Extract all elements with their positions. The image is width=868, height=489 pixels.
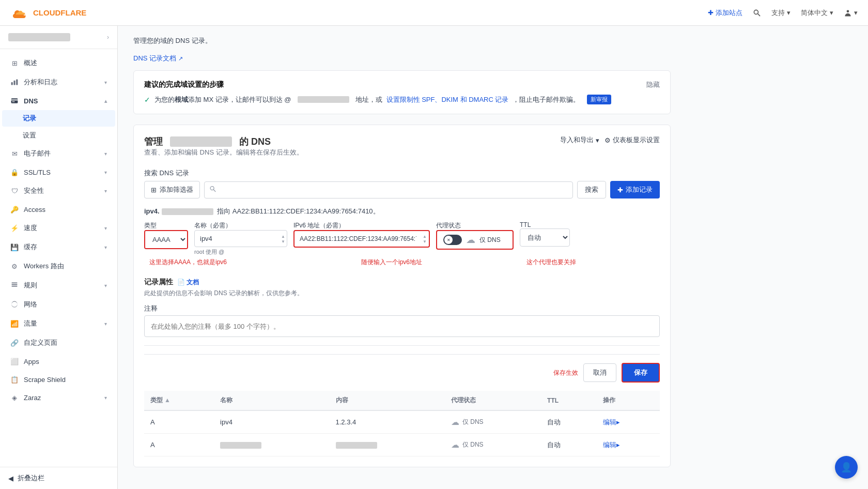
sidebar-sub-item-settings-label: 设置 (23, 131, 36, 140)
search-input[interactable] (204, 181, 573, 198)
sidebar-item-security[interactable]: 🛡 安全性 ▾ (2, 181, 115, 200)
chevron-down-icon: ▾ (104, 80, 107, 85)
search-button[interactable] (753, 9, 761, 17)
sidebar-item-access-label: Access (24, 206, 107, 213)
sidebar-item-network-label: 网络 (24, 300, 107, 309)
sidebar-item-traffic[interactable]: 📶 流量 ▾ (2, 314, 115, 333)
cell-name-1: ipv4 (214, 410, 329, 434)
hint-proxy: 这个代理也要关掉 (526, 258, 576, 267)
form-group-ipv6: IPv6 地址（必需） ▲ ▼ (293, 221, 430, 248)
import-export-button[interactable]: 导入和导出 ▾ (560, 135, 599, 145)
sidebar-item-scrape-shield[interactable]: 📋 Scrape Shield (2, 371, 115, 388)
dashboard-settings-button[interactable]: ⚙ 仪表板显示设置 (605, 135, 660, 145)
sidebar-collapse-footer[interactable]: ◀ 折叠边栏 (0, 467, 117, 489)
cloudflare-logo-icon (10, 7, 29, 19)
add-site-button[interactable]: ✚ 添加站点 (708, 8, 742, 18)
cell-ttl-2: 自动 (541, 434, 596, 456)
sidebar-item-custom-pages[interactable]: 🔗 自定义页面 (2, 333, 115, 352)
chevron-down-icon-rules: ▾ (104, 283, 107, 288)
user-fab-icon: 👤 (841, 462, 852, 473)
cloud-icon: ☁ (466, 234, 475, 246)
support-button[interactable]: 支持 ▾ (771, 8, 791, 18)
setup-hide-btn[interactable]: 隐藏 (646, 80, 660, 89)
record-props-doc-link[interactable]: 📄 文档 (177, 278, 199, 287)
sidebar-domain[interactable]: › (0, 26, 117, 49)
page-icon: 🔗 (10, 339, 19, 347)
search-button-main[interactable]: 搜索 (577, 181, 606, 198)
sidebar-item-overview[interactable]: ⊞ 概述 (2, 54, 115, 72)
dns-domain-blur (170, 136, 232, 147)
sidebar-item-network[interactable]: 网络 (2, 295, 115, 314)
sidebar-item-speed[interactable]: ⚡ 速度 ▾ (2, 219, 115, 237)
sidebar-item-rules[interactable]: 规则 ▾ (2, 276, 115, 295)
sidebar-item-scrape-shield-label: Scrape Shield (24, 376, 107, 384)
ipv6-input[interactable] (295, 231, 429, 247)
user-fab[interactable]: 👤 (835, 456, 858, 479)
edit-link-2[interactable]: 编辑▸ (603, 441, 620, 449)
user-menu-button[interactable]: ▾ (844, 9, 858, 17)
sidebar-item-dns[interactable]: DNS ▴ (2, 92, 115, 110)
cloud-icon-2: ☁ (451, 440, 459, 450)
spf-dkim-link[interactable]: 设置限制性 SPF、DKIM 和 DMARC 记录 (386, 95, 509, 104)
sidebar-item-workers[interactable]: ⚙ Workers 路由 (2, 257, 115, 276)
main-content: 管理您的域的 DNS 记录。 DNS 记录文档 ↗ 建议的完成域设置的步骤 ✓ … (118, 26, 868, 489)
form-group-name: 名称（必需） ▲ ▼ root 使用 @ (194, 221, 287, 256)
add-record-button[interactable]: ✚ 添加记录 (610, 181, 660, 198)
sidebar-item-rules-label: 规则 (24, 281, 99, 290)
hints-row: 这里选择AAAA，也就是ipv6 随便输入一个ipv6地址 这个代理也要关掉 (144, 258, 660, 269)
user-icon (844, 9, 852, 17)
proxy-label: 代理状态 (436, 221, 514, 230)
cell-name-2 (214, 434, 329, 456)
domain-blur-1 (298, 96, 349, 103)
name-field-wrap: ▲ ▼ (194, 230, 287, 247)
form-divider (144, 345, 660, 346)
sidebar-sub-item-settings[interactable]: 设置 (2, 127, 115, 144)
filter-button[interactable]: ⊞ 添加筛选器 (144, 181, 200, 198)
dns-only-label-1: 仅 DNS (462, 418, 484, 426)
table-row: A ☁ 仅 DNS (144, 434, 660, 456)
sidebar-item-analytics[interactable]: 分析和日志 ▾ (2, 73, 115, 91)
sidebar-item-access[interactable]: 🔑 Access (2, 201, 115, 218)
sidebar-item-cache-label: 缓存 (24, 242, 99, 252)
sidebar-item-traffic-label: 流量 (24, 319, 99, 328)
sidebar-item-apps[interactable]: ⬜ Apps (2, 353, 115, 370)
dns-docs-link[interactable]: DNS 记录文档 ↗ (133, 54, 671, 63)
proxy-toggle[interactable]: ✕ (443, 235, 462, 245)
record-props-header: 记录属性 📄 文档 (144, 278, 660, 287)
domain-name-blur (8, 33, 70, 41)
dns-intro-text: 管理您的域的 DNS 记录。 (133, 36, 671, 45)
notes-input[interactable] (144, 315, 660, 337)
new-badge: 新审报 (587, 95, 611, 104)
traffic-icon: 📶 (10, 319, 19, 328)
record-props-sub: 此处提供的信息不会影响 DNS 记录的解析，仅供您参考。 (144, 289, 660, 298)
form-group-type: 类型 AAAA A CNAME MX TXT (144, 221, 188, 249)
email-icon: ✉ (10, 149, 19, 158)
topnav-left: CLOUDFLARE (10, 7, 86, 19)
sidebar-item-security-label: 安全性 (24, 186, 99, 195)
name-blur-2 (220, 442, 261, 449)
col-name: 名称 (214, 391, 329, 410)
sidebar-sub-item-records[interactable]: 记录 (2, 110, 115, 127)
edit-link-1[interactable]: 编辑▸ (603, 418, 620, 426)
sidebar-item-analytics-label: 分析和日志 (24, 78, 99, 87)
name-input[interactable] (194, 230, 287, 247)
sidebar-item-ssl[interactable]: 🔒 SSL/TLS ▾ (2, 163, 115, 181)
col-type: 类型▲ (144, 391, 214, 410)
sidebar-item-cache[interactable]: 💾 缓存 ▾ (2, 238, 115, 256)
type-select[interactable]: AAAA A CNAME MX TXT (145, 231, 187, 248)
ttl-select[interactable]: 自动 1分钟 5分钟 30分钟 (520, 228, 570, 247)
cell-proxy-1: ☁ 仅 DNS (445, 410, 541, 434)
chevron-down-icon-cache: ▾ (104, 244, 107, 250)
cancel-button[interactable]: 取消 (583, 363, 616, 382)
search-icon (753, 9, 761, 17)
sidebar-item-email[interactable]: ✉ 电子邮件 ▾ (2, 144, 115, 163)
setup-card-title: 建议的完成域设置的步骤 (144, 80, 636, 89)
key-icon: 🔑 (10, 205, 19, 213)
lock-icon: 🔒 (10, 168, 19, 176)
sidebar-item-zaraz[interactable]: ◈ Zaraz ▾ (2, 389, 115, 406)
save-button[interactable]: 保存 (622, 363, 660, 383)
chevron-down-icon-speed: ▾ (104, 225, 107, 231)
shield-icon: 🛡 (10, 187, 19, 195)
filter-icon: ⊞ (151, 186, 157, 194)
language-button[interactable]: 简体中文 ▾ (801, 8, 833, 18)
